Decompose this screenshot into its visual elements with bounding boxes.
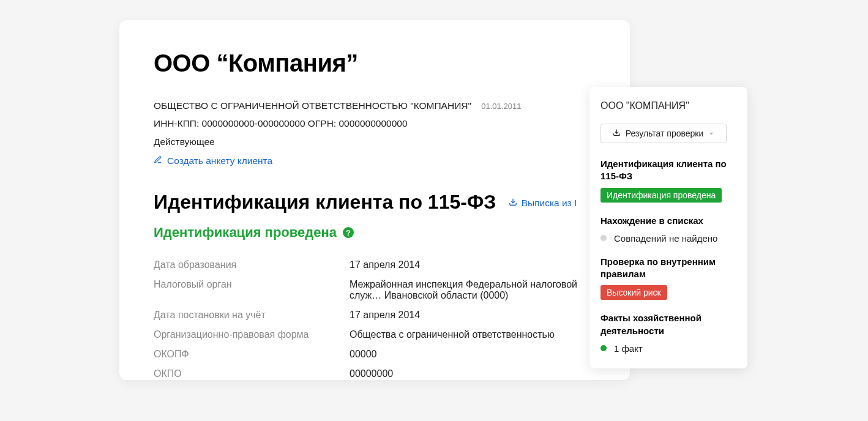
detail-value: Общества с ограниченной ответственностью (350, 329, 596, 340)
company-full-name-line: ОБЩЕСТВО С ОГРАНИЧЕННОЙ ОТВЕТСТВЕННОСТЬЮ… (154, 97, 596, 114)
detail-value: 17 апреля 2014 (350, 259, 596, 270)
identification-details: Дата образования 17 апреля 2014 Налоговы… (154, 255, 596, 380)
company-main-card: ООО “Компания” ОБЩЕСТВО С ОГРАНИЧЕННОЙ О… (119, 20, 630, 380)
download-icon (613, 129, 621, 138)
status-dot-icon (600, 235, 607, 241)
side-facts-title: Факты хозяйственной деятельности (600, 312, 736, 337)
identification-heading: Идентификация клиента по 115-ФЗ (154, 191, 496, 214)
result-dropdown-label: Результат проверки (626, 129, 704, 138)
result-dropdown-button[interactable]: Результат проверки (600, 124, 727, 143)
create-client-profile-link[interactable]: Создать анкету клиента (154, 155, 272, 166)
download-icon (509, 198, 517, 209)
lists-status-text: Совпадений не найдено (614, 233, 717, 244)
detail-key: Дата образования (154, 259, 350, 270)
side-card-title: ООО "КОМПАНИЯ" (600, 100, 736, 111)
download-excerpt-label: Выписка из I (522, 198, 577, 209)
company-title: ООО “Компания” (154, 50, 596, 77)
identification-status-text: Идентификация проведена (154, 225, 337, 240)
summary-side-card: ООО "КОМПАНИЯ" Результат проверки Иденти… (589, 87, 747, 368)
pencil-icon (154, 155, 162, 166)
side-internal-title: Проверка по внутренним правилам (600, 256, 736, 281)
detail-key: Организационно-правовая форма (154, 329, 350, 340)
create-client-profile-label: Создать анкету клиента (167, 155, 272, 166)
detail-key: ОКОПФ (154, 349, 350, 360)
detail-value: 00000 (350, 349, 596, 360)
detail-row: ОКПО 00000000 (154, 364, 596, 380)
identification-badge: Идентификация проведена (600, 188, 722, 203)
detail-key: ОКПО (154, 368, 350, 379)
facts-status-line: 1 факт (600, 343, 736, 354)
detail-row: Дата постановки на учёт 17 апреля 2014 (154, 305, 596, 325)
company-full-name: ОБЩЕСТВО С ОГРАНИЧЕННОЙ ОТВЕТСТВЕННОСТЬЮ… (154, 100, 471, 111)
detail-row: Налоговый орган Межрайонная инспекция Фе… (154, 275, 596, 305)
lists-status-line: Совпадений не найдено (600, 233, 736, 244)
detail-key: Налоговый орган (154, 279, 350, 301)
detail-value: 00000000 (350, 368, 596, 379)
facts-status-text: 1 факт (614, 343, 643, 354)
help-icon[interactable]: ? (343, 227, 354, 238)
side-identification-title: Идентификация клиента по 115-ФЗ (600, 158, 736, 183)
company-reg-date: 01.01.2011 (481, 102, 521, 111)
side-lists-title: Нахождение в списках (600, 215, 736, 227)
detail-row: Дата образования 17 апреля 2014 (154, 255, 596, 275)
detail-value: Межрайонная инспекция Федеральной налого… (350, 279, 596, 301)
identification-status: Идентификация проведена ? (154, 225, 596, 240)
status-dot-icon (600, 345, 607, 351)
chevron-down-icon (708, 129, 714, 138)
company-inn-kpp-ogrn: ИНН-КПП: 0000000000-000000000 ОГРН: 0000… (154, 114, 596, 132)
internal-risk-badge: Высокий риск (600, 285, 667, 300)
detail-key: Дата постановки на учёт (154, 310, 350, 321)
detail-row: Организационно-правовая форма Общества с… (154, 325, 596, 345)
detail-value: 17 апреля 2014 (350, 310, 596, 321)
company-status: Действующее (154, 133, 596, 151)
download-excerpt-link[interactable]: Выписка из I (509, 198, 577, 209)
detail-row: ОКОПФ 00000 (154, 345, 596, 364)
